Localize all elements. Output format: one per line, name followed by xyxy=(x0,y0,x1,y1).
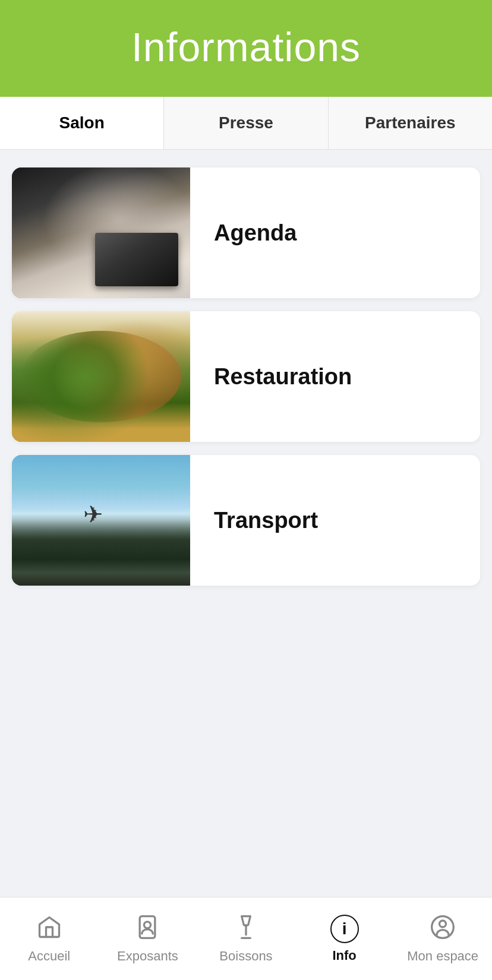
wine-icon xyxy=(233,914,259,944)
card-agenda[interactable]: Agenda xyxy=(12,167,480,298)
card-restauration-text: Restauration xyxy=(214,364,352,390)
info-circle: i xyxy=(330,915,359,943)
card-agenda-text: Agenda xyxy=(214,220,297,246)
tab-presse[interactable]: Presse xyxy=(164,97,328,149)
card-agenda-label: Agenda xyxy=(190,167,480,298)
card-transport-text: Transport xyxy=(214,508,318,533)
card-restauration[interactable]: Restauration xyxy=(12,311,480,442)
svg-rect-0 xyxy=(140,916,156,938)
bottom-nav: Accueil Exposants Boissons i Info xyxy=(0,897,492,980)
card-restauration-image xyxy=(12,311,190,442)
home-icon xyxy=(36,914,62,944)
page-title: Informations xyxy=(131,24,361,70)
tab-bar: Salon Presse Partenaires xyxy=(0,97,492,150)
card-agenda-image xyxy=(12,167,190,298)
nav-label-info: Info xyxy=(332,948,356,963)
page-header: Informations xyxy=(0,0,492,97)
nav-label-mon-espace: Mon espace xyxy=(407,949,478,964)
nav-item-accueil[interactable]: Accueil xyxy=(0,897,99,980)
tab-partenaires[interactable]: Partenaires xyxy=(329,97,492,149)
nav-item-mon-espace[interactable]: Mon espace xyxy=(393,897,492,980)
exposants-icon xyxy=(134,914,160,944)
tab-salon[interactable]: Salon xyxy=(0,97,164,149)
card-restauration-label: Restauration xyxy=(190,311,480,442)
nav-label-boissons: Boissons xyxy=(219,949,272,964)
svg-point-1 xyxy=(144,921,151,928)
main-content: Agenda Restauration Transport xyxy=(0,150,492,897)
user-icon xyxy=(430,914,456,944)
nav-item-exposants[interactable]: Exposants xyxy=(99,897,197,980)
nav-item-boissons[interactable]: Boissons xyxy=(197,897,295,980)
card-transport-label: Transport xyxy=(190,455,480,586)
card-transport[interactable]: Transport xyxy=(12,455,480,586)
nav-label-exposants: Exposants xyxy=(117,949,178,964)
svg-point-3 xyxy=(440,921,446,927)
nav-label-accueil: Accueil xyxy=(28,949,70,964)
card-transport-image xyxy=(12,455,190,586)
nav-item-info[interactable]: i Info xyxy=(295,897,394,980)
info-icon: i xyxy=(330,915,359,943)
